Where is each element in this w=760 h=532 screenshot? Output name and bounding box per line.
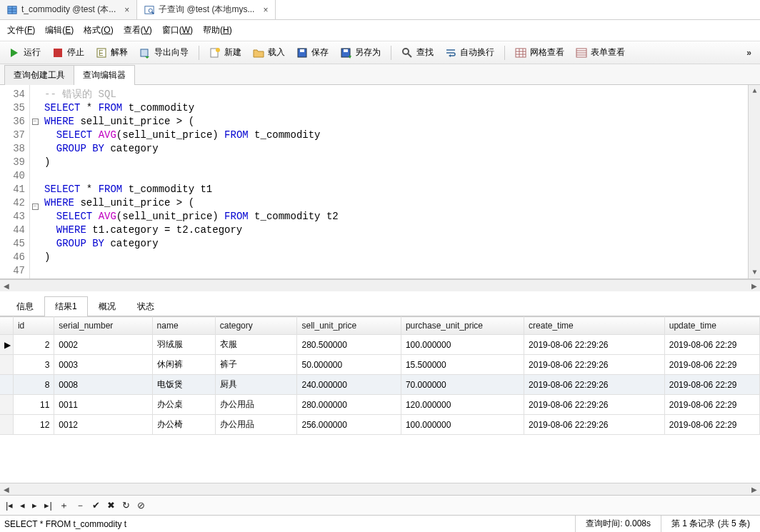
table-row[interactable]: ▶20002羽绒服衣服280.500000100.0000002019-08-0… <box>0 335 760 355</box>
scroll-right-icon[interactable]: ▶ <box>748 483 760 496</box>
subtab-builder[interactable]: 查询创建工具 <box>4 65 74 85</box>
cell[interactable]: 15.500000 <box>401 355 524 375</box>
result-tab-status[interactable]: 状态 <box>126 296 165 316</box>
wrap-button[interactable]: 自动换行 <box>441 44 499 61</box>
cell[interactable]: 0012 <box>54 415 152 435</box>
nav-last-icon[interactable]: ▸| <box>44 500 51 511</box>
cell[interactable]: 0002 <box>54 335 152 355</box>
cell[interactable]: 280.000000 <box>297 395 401 415</box>
cell[interactable]: 8 <box>13 375 54 395</box>
export-button[interactable]: 导出向导 <box>135 44 193 61</box>
column-header[interactable]: update_time <box>664 317 759 335</box>
result-tab-profile[interactable]: 概况 <box>88 296 126 316</box>
nav-prev-icon[interactable]: ◂ <box>20 500 25 511</box>
cell[interactable]: 2019-08-06 22:29:26 <box>524 355 665 375</box>
cell[interactable]: 羽绒服 <box>152 335 215 355</box>
cell[interactable]: 2019-08-06 22:29 <box>664 395 759 415</box>
sql-editor[interactable]: 3435363738394041424344454647 −− -- 错误的 S… <box>0 85 760 279</box>
nav-cancel-icon[interactable]: ✖ <box>107 500 115 511</box>
nav-refresh-icon[interactable]: ↻ <box>122 500 130 511</box>
scroll-down-icon[interactable]: ▼ <box>749 266 760 278</box>
column-header[interactable]: id <box>13 317 54 335</box>
table-row[interactable]: 30003休闲裤裤子50.00000015.5000002019-08-06 2… <box>0 355 760 375</box>
nav-commit-icon[interactable]: ✔ <box>92 500 100 511</box>
column-header[interactable]: name <box>152 317 215 335</box>
new-button[interactable]: 新建 <box>205 44 246 61</box>
cell[interactable]: 3 <box>13 355 54 375</box>
cell[interactable]: 2019-08-06 22:29:26 <box>524 375 665 395</box>
find-button[interactable]: 查找 <box>397 44 438 61</box>
menu-view[interactable]: 查看(V) <box>124 24 152 36</box>
cell[interactable]: 11 <box>13 395 54 415</box>
cell[interactable]: 2019-08-06 22:29:26 <box>524 335 665 355</box>
menu-format[interactable]: 格式(O) <box>84 24 113 36</box>
column-header[interactable]: purchase_unit_price <box>401 317 524 335</box>
scroll-up-icon[interactable]: ▲ <box>749 85 760 97</box>
cell[interactable]: 2019-08-06 22:29 <box>664 375 759 395</box>
cell[interactable]: 240.000000 <box>297 375 401 395</box>
gridview-button[interactable]: 网格查看 <box>511 44 569 61</box>
save-button[interactable]: 保存 <box>292 44 333 61</box>
table-row[interactable]: 110011办公桌办公用品280.000000120.0000002019-08… <box>0 395 760 415</box>
column-header[interactable]: serial_number <box>54 317 152 335</box>
subtab-editor[interactable]: 查询编辑器 <box>74 65 135 85</box>
column-header[interactable]: category <box>215 317 297 335</box>
nav-stop-icon[interactable]: ⊘ <box>137 500 145 511</box>
cell[interactable]: 办公桌 <box>152 395 215 415</box>
menu-file[interactable]: 文件(F) <box>7 24 35 36</box>
fold-toggle-icon[interactable]: − <box>32 204 39 210</box>
cell[interactable]: 办公用品 <box>215 415 297 435</box>
nav-delete-icon[interactable]: － <box>76 499 85 512</box>
table-row[interactable]: 120012办公椅办公用品256.000000100.0000002019-08… <box>0 415 760 435</box>
cell[interactable]: 裤子 <box>215 355 297 375</box>
cell[interactable]: 120.000000 <box>401 395 524 415</box>
cell[interactable]: 0003 <box>54 355 152 375</box>
editor-horizontal-scrollbar[interactable]: ◀ ▶ <box>0 279 760 291</box>
load-button[interactable]: 载入 <box>249 44 289 61</box>
cell[interactable]: 2019-08-06 22:29 <box>664 415 759 435</box>
cell[interactable]: 电饭煲 <box>152 375 215 395</box>
stop-button[interactable]: 停止 <box>48 44 89 61</box>
explain-button[interactable]: E 解释 <box>91 44 132 61</box>
saveas-button[interactable]: 另存为 <box>336 44 385 61</box>
cell[interactable]: 70.000000 <box>401 375 524 395</box>
column-header[interactable]: sell_unit_price <box>297 317 401 335</box>
cell[interactable]: 2019-08-06 22:29 <box>664 335 759 355</box>
scroll-right-icon[interactable]: ▶ <box>748 280 760 292</box>
cell[interactable]: 0011 <box>54 395 152 415</box>
vertical-scrollbar[interactable]: ▲ ▼ <box>748 85 760 278</box>
menu-edit[interactable]: 编辑(E) <box>45 24 74 36</box>
result-tab-result1[interactable]: 结果1 <box>44 296 88 316</box>
cell[interactable]: 256.000000 <box>297 415 401 435</box>
cell[interactable]: 100.000000 <box>401 415 524 435</box>
close-icon[interactable]: × <box>120 5 129 15</box>
cell[interactable]: 休闲裤 <box>152 355 215 375</box>
doc-tab-1[interactable]: t_commodity @test (本... × <box>0 0 137 19</box>
cell[interactable]: 2019-08-06 22:29:26 <box>524 395 665 415</box>
cell[interactable]: 办公用品 <box>215 395 297 415</box>
menu-help[interactable]: 帮助(H) <box>203 24 232 36</box>
column-header[interactable]: create_time <box>524 317 665 335</box>
table-row[interactable]: 80008电饭煲厨具240.00000070.0000002019-08-06 … <box>0 375 760 395</box>
cell[interactable]: 办公椅 <box>152 415 215 435</box>
formview-button[interactable]: 表单查看 <box>571 44 629 61</box>
run-button[interactable]: 运行 <box>4 44 45 61</box>
code-area[interactable]: -- 错误的 SQLSELECT * FROM t_commodityWHERE… <box>40 85 748 278</box>
cell[interactable]: 厨具 <box>215 375 297 395</box>
cell[interactable]: 2019-08-06 22:29:26 <box>524 415 665 435</box>
toolbar-overflow[interactable]: » <box>742 48 756 58</box>
cell[interactable]: 2019-08-06 22:29 <box>664 355 759 375</box>
nav-add-icon[interactable]: ＋ <box>59 499 69 512</box>
result-table[interactable]: idserial_numbernamecategorysell_unit_pri… <box>0 316 760 435</box>
cell[interactable]: 280.500000 <box>297 335 401 355</box>
cell[interactable]: 衣服 <box>215 335 297 355</box>
cell[interactable]: 0008 <box>54 375 152 395</box>
nav-next-icon[interactable]: ▸ <box>32 500 37 511</box>
nav-first-icon[interactable]: |◂ <box>6 500 13 511</box>
scroll-left-icon[interactable]: ◀ <box>0 483 12 496</box>
scroll-left-icon[interactable]: ◀ <box>0 280 12 292</box>
cell[interactable]: 100.000000 <box>401 335 524 355</box>
grid-horizontal-scrollbar[interactable]: ◀ ▶ <box>0 483 760 495</box>
result-tab-info[interactable]: 信息 <box>6 296 44 316</box>
fold-gutter[interactable]: −− <box>30 85 40 278</box>
